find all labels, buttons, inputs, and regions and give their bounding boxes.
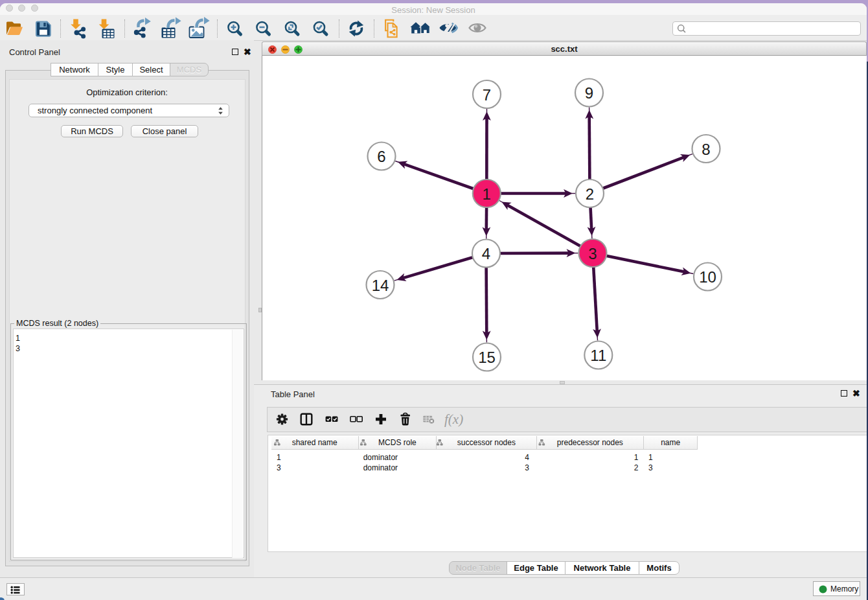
svg-text:6: 6 [377, 148, 385, 165]
svg-text:8: 8 [702, 141, 710, 158]
svg-text:1: 1 [483, 185, 491, 203]
svg-text:3: 3 [588, 245, 597, 262]
svg-text:9: 9 [585, 84, 593, 102]
svg-text:4: 4 [482, 245, 490, 262]
svg-text:f(x): f(x) [444, 411, 463, 427]
svg-text:10: 10 [699, 268, 716, 286]
svg-text:15: 15 [478, 349, 496, 366]
svg-text:11: 11 [590, 347, 606, 364]
svg-text:7: 7 [483, 86, 491, 104]
svg-text:2: 2 [586, 185, 594, 203]
svg-text:14: 14 [372, 277, 389, 294]
